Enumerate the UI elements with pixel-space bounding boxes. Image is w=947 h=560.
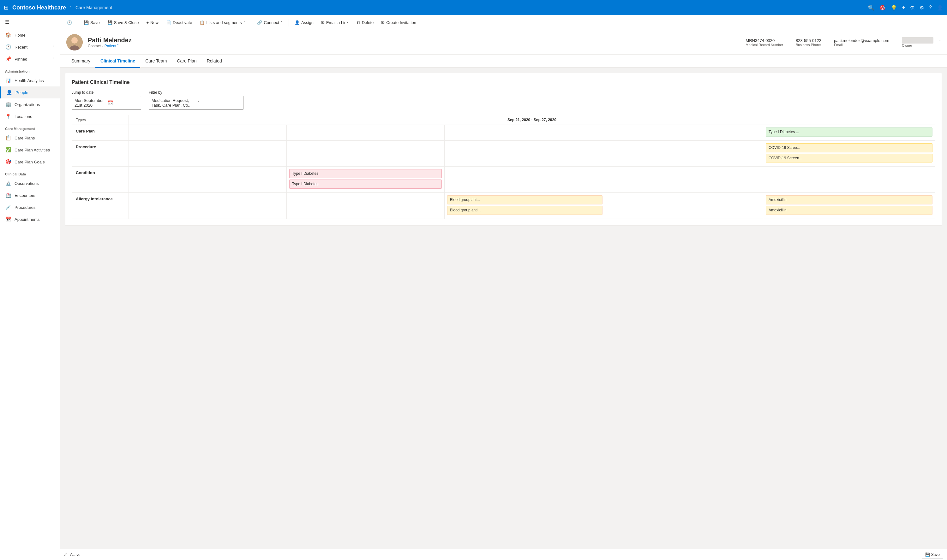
history-button[interactable]: 🕐 — [64, 18, 75, 27]
lists-chevron-icon: ˅ — [243, 20, 245, 25]
sidebar-item-care-plans[interactable]: 📋 Care Plans — [0, 132, 60, 144]
email-link-label: Email a Link — [326, 20, 349, 25]
date-input[interactable]: Mon September 21st 2020 📅 — [72, 96, 141, 110]
event-cell — [129, 192, 287, 218]
timeline-event[interactable]: Type I Diabetes — [289, 169, 442, 178]
cmd-separator-3 — [288, 19, 289, 26]
tab-clinical-timeline[interactable]: Clinical Timeline — [96, 55, 140, 68]
status-save-button[interactable]: 💾 Save — [922, 551, 943, 558]
cmd-separator-1 — [78, 19, 78, 26]
patient-type-button[interactable]: Patient ˅ — [105, 44, 119, 48]
assign-button[interactable]: 👤 Assign — [292, 18, 317, 27]
patient-type-chevron-icon: ˅ — [117, 44, 119, 48]
mrn-value: MRN3474-0320 — [745, 38, 783, 43]
filter-value: Medication Request, Task, Care Plan, Co.… — [151, 98, 195, 108]
save-icon: 💾 — [84, 20, 89, 25]
deactivate-label: Deactivate — [173, 20, 192, 25]
calendar-icon[interactable]: 📅 — [108, 100, 138, 105]
sidebar-item-care-plan-goals[interactable]: 🎯 Care Plan Goals — [0, 156, 60, 168]
add-icon[interactable]: + — [902, 5, 905, 11]
new-button[interactable]: + New — [143, 18, 162, 27]
module-name: Care Management — [76, 5, 112, 10]
event-cell — [444, 166, 605, 193]
filter-select[interactable]: Medication Request, Task, Care Plan, Co.… — [149, 96, 244, 110]
jump-to-date-label: Jump to date — [72, 90, 141, 95]
event-cell — [287, 192, 444, 218]
patient-type-label: Patient — [105, 44, 116, 48]
location-icon: 📍 — [5, 114, 11, 119]
lists-segments-button[interactable]: 📋 Lists and segments ˅ — [196, 18, 248, 27]
main-layout: ☰ 🏠 Home 🕐 Recent ˅ 📌 Pinned ˅ Administr… — [0, 15, 947, 560]
timeline-header-row: Types Sep 21, 2020 - Sep 27, 2020 — [72, 115, 935, 125]
delete-button[interactable]: 🗑 Delete — [353, 18, 377, 27]
save-button[interactable]: 💾 Save — [80, 18, 103, 27]
sidebar-item-organizations[interactable]: 🏢 Organizations — [0, 98, 60, 111]
recent-chevron-icon: ˅ — [53, 45, 55, 49]
timeline-event[interactable]: COVID-19 Screen... — [766, 154, 933, 163]
patient-name: Patti Melendez — [88, 37, 740, 44]
delete-icon: 🗑 — [356, 20, 360, 25]
deactivate-button[interactable]: 📄 Deactivate — [163, 18, 195, 27]
sidebar-item-pinned[interactable]: 📌 Pinned ˅ — [0, 53, 60, 65]
expand-icon[interactable]: ⤢ — [64, 552, 68, 557]
date-range-header: Sep 21, 2020 - Sep 27, 2020 — [129, 115, 935, 125]
user-icon[interactable]: 👤 — [937, 5, 943, 11]
recent-icon: 🕐 — [5, 44, 11, 50]
filter-by-control: Filter by Medication Request, Task, Care… — [149, 90, 244, 110]
sidebar-item-recent[interactable]: 🕐 Recent ˅ — [0, 41, 60, 53]
phone-value: 828-555-0122 — [796, 38, 821, 43]
timeline-event[interactable]: COVID-19 Scree... — [766, 143, 933, 152]
tab-summary[interactable]: Summary — [66, 55, 96, 68]
more-options-button[interactable]: ⋮ — [421, 18, 431, 28]
header-expand-icon[interactable]: ˅ — [938, 40, 941, 45]
patient-email: patti.melendez@example.com Email — [834, 38, 889, 47]
patient-phone: 828-555-0122 Business Phone — [796, 38, 821, 47]
sidebar-item-people[interactable]: 👤 People — [0, 86, 60, 98]
clinical-data-section-header: Clinical Data — [0, 168, 60, 177]
app-title-chevron-icon[interactable]: ˅ — [70, 5, 72, 10]
event-cell — [129, 140, 287, 166]
sidebar-item-observations-label: Observations — [14, 181, 39, 186]
hamburger-menu[interactable]: ☰ — [0, 15, 60, 29]
sidebar-item-appointments[interactable]: 📅 Appointments — [0, 213, 60, 225]
connect-button[interactable]: 🔗 Connect ˅ — [254, 18, 286, 27]
waffle-icon[interactable]: ⊞ — [4, 4, 9, 11]
sidebar-item-recent-label: Recent — [14, 45, 28, 49]
save-close-label: Save & Close — [114, 20, 139, 25]
timeline-event[interactable]: Amoxicillin — [766, 195, 933, 205]
sidebar-item-home[interactable]: 🏠 Home — [0, 29, 60, 41]
sidebar-item-home-label: Home — [14, 33, 26, 37]
timeline-event[interactable]: Type I Diabetes ... — [766, 128, 933, 137]
timeline-event[interactable]: Blood group ant... — [447, 195, 603, 205]
patient-header: Patti Melendez Contact · Patient ˅ MRN34… — [60, 30, 947, 55]
timeline-event[interactable]: Amoxicillin — [766, 206, 933, 215]
event-cell — [444, 140, 605, 166]
search-icon[interactable]: 🔍 — [868, 5, 875, 11]
event-cell: Type I DiabetesType I Diabetes — [287, 166, 444, 193]
sidebar-item-encounters[interactable]: 🏥 Encounters — [0, 189, 60, 201]
email-value: patti.melendez@example.com — [834, 38, 889, 43]
save-close-button[interactable]: 💾 Save & Close — [104, 18, 142, 27]
filter-icon[interactable]: ⚗ — [910, 5, 915, 11]
sidebar-item-locations[interactable]: 📍 Locations — [0, 111, 60, 122]
connect-label: Connect — [264, 20, 279, 25]
tab-care-team[interactable]: Care Team — [140, 55, 172, 68]
event-cell — [605, 166, 763, 193]
event-cell — [605, 140, 763, 166]
timeline-event[interactable]: Type I Diabetes — [289, 180, 442, 189]
sidebar-item-procedures[interactable]: 💉 Procedures — [0, 201, 60, 213]
create-invitation-button[interactable]: ✉ Create Invitation — [378, 18, 420, 27]
lightbulb-icon[interactable]: 💡 — [891, 5, 897, 11]
timeline-event[interactable]: Blood group anti... — [447, 206, 603, 215]
sidebar-item-care-plan-goals-label: Care Plan Goals — [14, 160, 45, 165]
tab-related[interactable]: Related — [202, 55, 227, 68]
event-cell — [287, 125, 444, 141]
tab-care-plan[interactable]: Care Plan — [172, 55, 202, 68]
email-link-button[interactable]: ✉ Email a Link — [318, 18, 352, 27]
settings-icon[interactable]: ⚙ — [919, 5, 924, 11]
help-icon[interactable]: ? — [929, 5, 932, 11]
target-icon[interactable]: 🎯 — [879, 5, 886, 11]
sidebar-item-health-analytics[interactable]: 📊 Health Analytics — [0, 74, 60, 86]
sidebar-item-observations[interactable]: 🔬 Observations — [0, 177, 60, 189]
sidebar-item-care-plan-activities[interactable]: ✅ Care Plan Activities — [0, 144, 60, 156]
